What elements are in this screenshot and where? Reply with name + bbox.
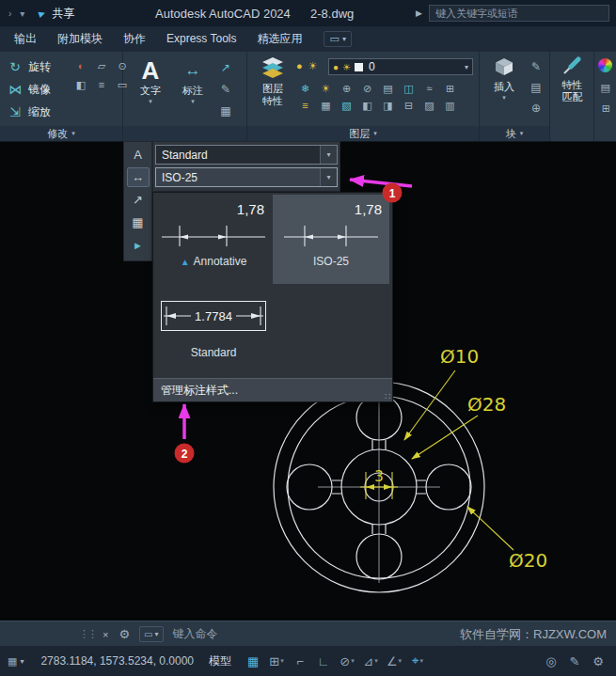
dim-text-3: 3: [374, 468, 384, 485]
erase-icon[interactable]: ◐: [73, 60, 88, 72]
ribbon: ↻ 旋转 ⋈ 镜像 ⇲ 缩放 ◐ ▱ ⊙ ◧ ≡ ▭: [0, 52, 616, 142]
tab-addins[interactable]: 附加模块: [47, 26, 113, 52]
layer-tool-icon[interactable]: ▤: [379, 83, 397, 95]
color-wheel-icon[interactable]: [598, 58, 612, 72]
ortho-toggle[interactable]: ∟: [313, 651, 334, 671]
layer-tool-icon[interactable]: ▥: [441, 100, 459, 112]
recent-commands-button[interactable]: ▭ ▾: [139, 626, 163, 642]
dimension-button[interactable]: ↔ 标注 ▾: [174, 56, 212, 105]
dropdown-arrow-button[interactable]: ▾: [320, 168, 337, 186]
layer-off-icon[interactable]: ●: [296, 60, 303, 72]
object-snap-toggle[interactable]: ⌖▾: [407, 651, 428, 671]
quick-access-caret-icon[interactable]: ▾: [20, 8, 24, 19]
panel-title-layers[interactable]: 图层 ▾: [247, 126, 479, 141]
block-edit-icon[interactable]: ✎: [527, 60, 545, 73]
block-attach-icon[interactable]: ⊕: [527, 102, 545, 115]
text-style-dropdown[interactable]: Standard ▾: [155, 145, 338, 165]
block-mini-tools: ✎ ▤ ⊕: [527, 60, 545, 115]
isodraft-toggle[interactable]: ⊿▾: [360, 651, 381, 671]
close-icon[interactable]: ×: [103, 629, 108, 640]
layer-tool-icon[interactable]: ▧: [338, 100, 355, 112]
dropdown-arrow-button[interactable]: ▾: [320, 146, 337, 164]
group-icon[interactable]: ⊞: [602, 102, 610, 115]
layer-tool-icon[interactable]: ⊕: [338, 83, 355, 95]
layer-tool-icon[interactable]: ▨: [420, 100, 438, 112]
dim-style-option-annotative[interactable]: 1,78 ▲ Annotative: [155, 195, 272, 284]
dim-text-d28: Ø28: [467, 393, 506, 416]
multileader-style-button[interactable]: ↗: [127, 190, 150, 210]
search-area: ▶: [416, 5, 609, 22]
grid-toggle[interactable]: ▦: [243, 651, 263, 671]
layer-thaw-icon: ☀: [342, 62, 351, 72]
rotate-button[interactable]: ↻ 旋转: [5, 56, 51, 77]
layer-tool-icon[interactable]: ⊟: [400, 100, 418, 112]
layer-tool-icon[interactable]: ❄: [296, 83, 314, 95]
layer-tool-icon[interactable]: ☀: [317, 83, 335, 95]
dim-preview-box: 1.7784: [161, 301, 266, 331]
object-snap-tracking-toggle[interactable]: ∠▾: [384, 651, 404, 671]
status-toggles: ▦ ⊞▾ ⌐ ∟ ⊘▾ ⊿▾ ∠▾ ⌖▾: [243, 651, 428, 671]
scale-button[interactable]: ⇲ 缩放: [5, 102, 51, 122]
layer-properties-button[interactable]: 图层 特性: [253, 56, 292, 107]
tab-express-tools[interactable]: Express Tools: [156, 26, 246, 52]
infer-constraints-toggle[interactable]: ⌐: [290, 651, 310, 671]
customization-button[interactable]: ⚙: [588, 651, 608, 671]
manage-dim-styles-item[interactable]: 管理标注样式...: [153, 378, 392, 401]
command-input[interactable]: 键入命令: [173, 626, 218, 642]
snap-toggle[interactable]: ⊞▾: [266, 651, 287, 671]
recent-drawing-button[interactable]: ▭ ▾: [324, 31, 351, 47]
panel-title-annotation[interactable]: [123, 126, 246, 141]
layer-tool-icon[interactable]: ⊞: [441, 83, 459, 95]
tab-featured-apps[interactable]: 精选应用: [246, 26, 312, 52]
layer-tool-icon[interactable]: ⊘: [358, 83, 376, 95]
table-style-button[interactable]: ▦: [127, 212, 150, 232]
chevron-down-icon: ▾: [326, 173, 330, 181]
model-space-button[interactable]: 模型: [209, 653, 231, 669]
annotation-monitor-toggle[interactable]: ✎: [564, 651, 585, 671]
text-style-button[interactable]: A: [127, 145, 150, 165]
insert-block-button[interactable]: 插入 ▾: [486, 56, 522, 102]
offset-icon[interactable]: ▱: [94, 60, 109, 72]
layer-tool-icon[interactable]: ≡: [296, 100, 314, 112]
layer-tool-icon[interactable]: ▦: [317, 100, 335, 112]
list-view-icon[interactable]: ▤: [601, 82, 610, 94]
resize-grip-icon[interactable]: ∷: [385, 391, 389, 401]
array-icon[interactable]: ≡: [94, 79, 109, 91]
mtext-icon[interactable]: ✎: [215, 83, 236, 96]
tab-output[interactable]: 输出: [4, 26, 47, 52]
layer-tool-icon[interactable]: ≈: [420, 83, 438, 95]
selection-cycling-toggle[interactable]: ◎: [541, 651, 561, 671]
dim-style-option-iso25[interactable]: 1,78 ISO-25: [273, 195, 389, 284]
panel-title-modify[interactable]: 修改 ▾: [0, 126, 122, 141]
panel-layers: 图层 特性 ● ☀ ● ☀ 0 ▾ ❄ ☀ ⊕ ⊘ ▤ ◫: [247, 52, 480, 141]
command-grip-icon[interactable]: ⋮⋮: [79, 628, 96, 640]
customize-wrench-icon[interactable]: ⚙: [118, 627, 130, 641]
share-button[interactable]: ► 共享: [37, 6, 74, 22]
panel-title-block[interactable]: 块 ▾: [480, 126, 549, 141]
dim-style-value: ISO-25: [156, 171, 320, 184]
dim-style-preview: 1,78: [276, 197, 386, 254]
layer-tool-icon[interactable]: ◧: [358, 100, 376, 112]
search-input[interactable]: [429, 5, 609, 22]
polar-tracking-toggle[interactable]: ⊘▾: [337, 651, 357, 671]
block-define-icon[interactable]: ▤: [527, 81, 545, 94]
dim-style-dropdown[interactable]: ISO-25 ▾: [155, 167, 338, 187]
layer-freeze-icon[interactable]: ☀: [308, 60, 318, 72]
scale-icon: ⇲: [7, 104, 24, 119]
chevron-right-icon[interactable]: ›: [8, 8, 11, 19]
mirror-button[interactable]: ⋈ 镜像: [5, 79, 51, 100]
trim-icon[interactable]: ◧: [73, 79, 88, 91]
infocenter-arrow-icon[interactable]: ▶: [416, 8, 422, 18]
flyout-pin-button[interactable]: ►: [127, 235, 150, 255]
leader-icon[interactable]: ↗: [215, 61, 236, 74]
dim-style-option-standard[interactable]: 1.7784 Standard: [155, 286, 272, 375]
table-icon[interactable]: ▦: [215, 104, 236, 118]
match-properties-button[interactable]: 特性 匹配: [553, 56, 592, 103]
layer-dropdown[interactable]: ● ☀ 0 ▾: [328, 58, 473, 75]
dim-style-button[interactable]: ↔: [127, 167, 150, 187]
layer-tool-icon[interactable]: ◨: [379, 100, 397, 112]
tab-collaborate[interactable]: 协作: [113, 26, 156, 52]
status-left-tools[interactable]: ▦ ▾: [8, 655, 24, 668]
layer-tool-icon[interactable]: ◫: [400, 83, 418, 95]
text-button[interactable]: A 文字 ▾: [131, 56, 170, 105]
